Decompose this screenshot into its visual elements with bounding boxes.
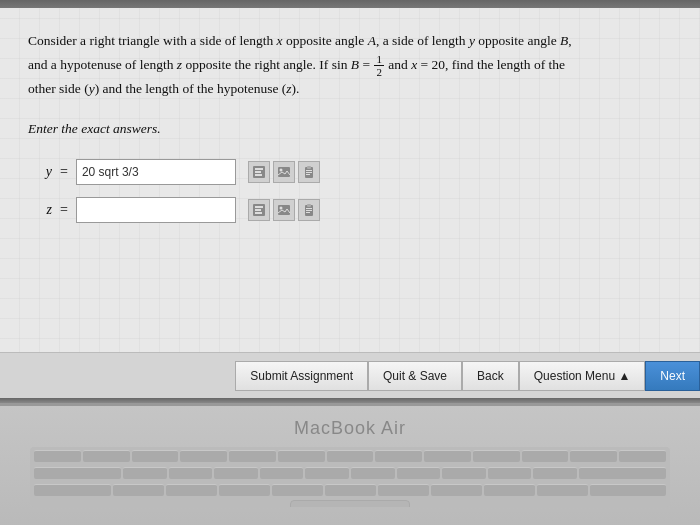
format-icon-2 — [252, 203, 266, 217]
back-button[interactable]: Back — [462, 361, 519, 391]
key[interactable] — [34, 467, 121, 479]
screen: Consider a right triangle with a side of… — [0, 8, 700, 398]
svg-point-16 — [279, 207, 282, 210]
submit-assignment-button[interactable]: Submit Assignment — [235, 361, 368, 391]
q-text-2: and a hypotenuse of length z opposite th… — [28, 57, 565, 72]
svg-rect-1 — [255, 168, 263, 170]
inputs-section: y = — [28, 159, 672, 223]
image-icon-1 — [277, 165, 291, 179]
y-equals: = — [60, 164, 68, 180]
key[interactable] — [570, 450, 617, 462]
svg-rect-13 — [255, 209, 261, 211]
svg-rect-12 — [255, 206, 263, 208]
key[interactable] — [522, 450, 569, 462]
frac-numerator: 1 — [374, 53, 384, 66]
key[interactable] — [305, 467, 349, 479]
key[interactable] — [442, 467, 486, 479]
key[interactable] — [34, 484, 111, 496]
laptop-body: MacBook Air — [0, 406, 700, 525]
z-input-icons — [248, 199, 320, 221]
y-icon-3[interactable] — [298, 161, 320, 183]
key[interactable] — [375, 450, 422, 462]
content-area: Consider a right triangle with a side of… — [0, 8, 700, 352]
keyboard-row-1 — [30, 447, 670, 462]
next-button[interactable]: Next — [645, 361, 700, 391]
svg-rect-2 — [255, 171, 261, 173]
question-text: Consider a right triangle with a side of… — [28, 30, 672, 101]
trackpad[interactable] — [290, 500, 410, 507]
key[interactable] — [619, 450, 666, 462]
key[interactable] — [327, 450, 374, 462]
z-input-row: z = — [28, 197, 672, 223]
keyboard-row-2 — [30, 464, 670, 479]
key[interactable] — [325, 484, 376, 496]
z-icon-1[interactable] — [248, 199, 270, 221]
svg-rect-8 — [306, 170, 312, 171]
key[interactable] — [579, 467, 666, 479]
question-menu-button[interactable]: Question Menu ▲ — [519, 361, 646, 391]
y-input-icons — [248, 161, 320, 183]
y-icon-2[interactable] — [273, 161, 295, 183]
svg-rect-7 — [307, 166, 311, 169]
key[interactable] — [424, 450, 471, 462]
z-icon-2[interactable] — [273, 199, 295, 221]
key[interactable] — [431, 484, 482, 496]
key[interactable] — [272, 484, 323, 496]
keyboard — [30, 447, 670, 507]
key[interactable] — [123, 467, 167, 479]
svg-rect-9 — [306, 172, 312, 173]
fraction: 1 2 — [374, 53, 384, 78]
key[interactable] — [169, 467, 213, 479]
key[interactable] — [166, 484, 217, 496]
z-input[interactable] — [76, 197, 236, 223]
z-icon-3[interactable] — [298, 199, 320, 221]
key[interactable] — [537, 484, 588, 496]
image-icon-2 — [277, 203, 291, 217]
key[interactable] — [180, 450, 227, 462]
key[interactable] — [132, 450, 179, 462]
key[interactable] — [219, 484, 270, 496]
q-text-1: Consider a right triangle with a side of… — [28, 33, 572, 48]
keyboard-row-3 — [30, 481, 670, 496]
key[interactable] — [473, 450, 520, 462]
q-text-3: other side (y) and the length of the hyp… — [28, 81, 299, 96]
svg-rect-3 — [255, 174, 262, 176]
key[interactable] — [378, 484, 429, 496]
key[interactable] — [484, 484, 535, 496]
key[interactable] — [34, 450, 81, 462]
key[interactable] — [113, 484, 164, 496]
svg-rect-18 — [307, 204, 311, 207]
clipboard-icon-1 — [302, 165, 316, 179]
svg-rect-19 — [306, 208, 312, 209]
exact-answers-label: Enter the exact answers. — [28, 121, 672, 137]
svg-rect-14 — [255, 212, 262, 214]
y-label: y — [28, 164, 52, 180]
key[interactable] — [488, 467, 532, 479]
y-icon-1[interactable] — [248, 161, 270, 183]
toolbar: Submit Assignment Quit & Save Back Quest… — [0, 352, 700, 398]
svg-point-5 — [279, 169, 282, 172]
key[interactable] — [83, 450, 130, 462]
z-equals: = — [60, 202, 68, 218]
clipboard-icon-2 — [302, 203, 316, 217]
svg-rect-20 — [306, 210, 312, 211]
z-label: z — [28, 202, 52, 218]
key[interactable] — [590, 484, 667, 496]
format-icon-1 — [252, 165, 266, 179]
key[interactable] — [229, 450, 276, 462]
key[interactable] — [397, 467, 441, 479]
svg-rect-10 — [306, 174, 310, 175]
svg-rect-21 — [306, 212, 310, 213]
key[interactable] — [278, 450, 325, 462]
frac-denominator: 2 — [374, 66, 384, 78]
key[interactable] — [351, 467, 395, 479]
y-input-row: y = — [28, 159, 672, 185]
macbook-brand-label: MacBook Air — [294, 418, 406, 439]
key[interactable] — [260, 467, 304, 479]
key[interactable] — [533, 467, 577, 479]
quit-save-button[interactable]: Quit & Save — [368, 361, 462, 391]
key[interactable] — [214, 467, 258, 479]
y-input[interactable] — [76, 159, 236, 185]
